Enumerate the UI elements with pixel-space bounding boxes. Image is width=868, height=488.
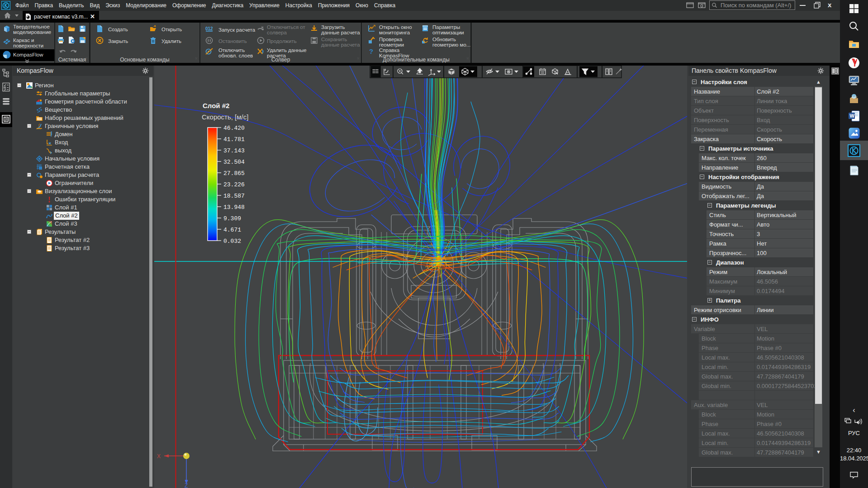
svg-text:46.420: 46.420 xyxy=(223,125,245,132)
svg-text:X: X xyxy=(157,453,161,460)
svg-text:Z: Z xyxy=(185,483,188,488)
svg-text:32.504: 32.504 xyxy=(223,159,245,166)
svg-text:?: ? xyxy=(369,47,373,55)
svg-text:13.948: 13.948 xyxy=(223,204,245,211)
svg-text:27.865: 27.865 xyxy=(223,170,245,177)
svg-text:Скорость, [м/с]: Скорость, [м/с] xyxy=(202,113,248,121)
svg-text:18.587: 18.587 xyxy=(223,193,245,199)
svg-text:41.781: 41.781 xyxy=(223,136,245,143)
svg-text:W: W xyxy=(849,113,854,118)
svg-text:9.309: 9.309 xyxy=(223,215,241,222)
svg-text:4.671: 4.671 xyxy=(223,227,241,233)
svg-text:0.032: 0.032 xyxy=(223,238,241,245)
svg-text:Слой #2: Слой #2 xyxy=(203,102,229,109)
svg-text:23.226: 23.226 xyxy=(223,181,245,188)
svg-text:37.143: 37.143 xyxy=(223,147,245,154)
svg-text:012: 012 xyxy=(205,26,213,31)
